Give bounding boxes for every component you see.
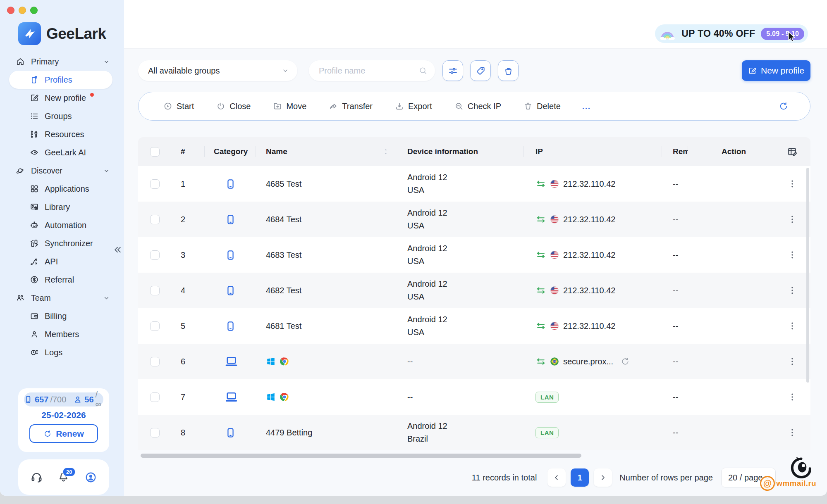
filter-button-sliders[interactable] [442, 60, 463, 81]
row-select-cell [138, 415, 172, 450]
table-row: 34683 TestAndroid 12USA212.32.110.42-- [138, 237, 810, 273]
row-more-actions-icon[interactable] [787, 179, 797, 189]
row-checkbox[interactable] [150, 321, 160, 331]
row-checkbox[interactable] [150, 250, 160, 260]
row-more-actions-icon[interactable] [787, 357, 797, 366]
row-more-actions-icon[interactable] [787, 428, 797, 437]
row-category-cell [204, 237, 256, 273]
column-header-label: Action [722, 147, 746, 156]
sidebar-item-groups[interactable]: Groups [9, 107, 112, 125]
next-page-button[interactable] [594, 468, 612, 487]
row-more-actions-icon[interactable] [787, 250, 797, 260]
toolbar-button-close[interactable]: Close [216, 102, 251, 111]
sidebar-item-api[interactable]: API [9, 252, 112, 271]
sidebar: GeeLark PrimaryProfilesNew profileGroups… [0, 0, 124, 496]
toolbar-button-transfer[interactable]: Transfer [329, 102, 373, 111]
sidebar-item-logs[interactable]: Logs [9, 343, 112, 361]
rows-per-page-label: Number of rows per page [619, 473, 713, 483]
row-more-actions-icon[interactable] [787, 321, 797, 331]
columns-settings-icon[interactable] [787, 146, 798, 157]
minimize-button[interactable] [19, 7, 26, 14]
remark-text: -- [673, 215, 678, 224]
row-name-cell: 4479 Betting [256, 415, 398, 450]
toolbar-button-check-ip[interactable]: Check IP [454, 102, 501, 111]
filter-button-tag[interactable] [470, 60, 491, 81]
row-select-cell [138, 379, 172, 415]
row-number: 6 [181, 357, 185, 366]
sidebar-item-library[interactable]: Library [9, 198, 112, 216]
sidebar-item-synchronizer[interactable]: Synchronizer [9, 234, 112, 252]
remark-text: -- [673, 286, 678, 295]
row-checkbox[interactable] [150, 179, 160, 189]
sidebar-item-new-profile[interactable]: New profile [9, 89, 112, 107]
collapse-sidebar-icon[interactable] [112, 245, 123, 255]
horizontal-scrollbar[interactable] [141, 454, 581, 458]
sidebar-item-applications[interactable]: Applications [9, 180, 112, 198]
column-header-label: # [181, 147, 185, 156]
wallet-icon [30, 311, 39, 321]
row-more-actions-icon[interactable] [787, 392, 797, 402]
toolbar-button-move[interactable]: Move [273, 102, 306, 111]
sidebar-section-primary[interactable]: Primary [0, 52, 124, 71]
sidebar-item-geelark-ai[interactable]: GeeLark AI [9, 143, 112, 162]
renew-button[interactable]: Renew [29, 424, 98, 443]
row-checkbox[interactable] [150, 428, 160, 437]
ip-address: 212.32.110.42 [563, 286, 615, 295]
sidebar-section-discover[interactable]: Discover [0, 162, 124, 180]
sidebar-item-members[interactable]: Members [9, 325, 112, 343]
sidebar-item-automation[interactable]: Automation [9, 216, 112, 234]
group-filter-select[interactable]: All available groups [138, 60, 297, 81]
row-checkbox[interactable] [150, 357, 160, 366]
more-actions-button[interactable]: ... [582, 101, 591, 111]
refresh-table-button[interactable] [779, 101, 789, 111]
toolbar-button-export[interactable]: Export [395, 102, 432, 111]
column-header-remark: Remark [662, 137, 688, 166]
row-checkbox[interactable] [150, 286, 160, 295]
sidebar-section-team[interactable]: Team [0, 289, 124, 307]
device-line: Android 12 [407, 278, 447, 290]
row-checkbox[interactable] [150, 215, 160, 224]
refresh-icon[interactable] [621, 357, 630, 366]
column-header-action: Action [688, 137, 810, 166]
chrome-icon [280, 392, 289, 402]
row-number: 2 [181, 215, 185, 224]
lan-badge: LAN [535, 392, 559, 403]
topbar: UP TO 40% OFF 5.09 - 5.10 [124, 0, 827, 49]
chevron-down-icon [282, 67, 289, 74]
new-profile-button[interactable]: New profile [742, 60, 810, 81]
chevron-right-icon [599, 474, 607, 481]
page-size-select[interactable]: 20 / page [721, 468, 776, 487]
filter-button-recycle-bin[interactable] [498, 60, 519, 81]
close-button[interactable] [7, 7, 14, 14]
sidebar-item-resources[interactable]: Resources [9, 125, 112, 143]
trash-icon [523, 102, 533, 111]
profile-search-input[interactable] [319, 66, 418, 76]
row-ip-cell: LAN [523, 379, 662, 415]
toolbar-button-delete[interactable]: Delete [523, 102, 561, 111]
vertical-scrollbar[interactable] [806, 168, 809, 383]
toolbar-button-start[interactable]: Start [163, 102, 194, 111]
geelark-logo-icon [18, 22, 41, 45]
row-more-actions-icon[interactable] [787, 285, 797, 295]
notifications-button[interactable]: 20 [57, 471, 70, 484]
remark-text: -- [673, 250, 678, 260]
row-device-cell: Android 12USA [398, 202, 523, 237]
sidebar-item-label: Members [45, 330, 79, 339]
previous-page-button[interactable] [547, 468, 566, 487]
sidebar-item-profiles[interactable]: Profiles [9, 71, 112, 89]
row-more-actions-icon[interactable] [787, 214, 797, 224]
support-button[interactable] [30, 471, 43, 484]
select-all-checkbox[interactable] [150, 147, 160, 157]
sidebar-item-referral[interactable]: Referral [9, 271, 112, 289]
row-checkbox[interactable] [150, 392, 160, 402]
usage-stats: 657 /700 56 /∞ [24, 392, 103, 407]
sidebar-item-billing[interactable]: Billing [9, 307, 112, 325]
sort-icon[interactable] [382, 148, 390, 155]
zoom-button[interactable] [30, 7, 38, 14]
device-line: USA [407, 326, 447, 339]
ip-address: 212.32.110.42 [563, 179, 615, 189]
page-button-1[interactable]: 1 [571, 468, 589, 487]
row-action-cell [688, 379, 810, 415]
account-button[interactable] [84, 471, 97, 484]
table-body: 14685 TestAndroid 12USA212.32.110.42--24… [138, 166, 810, 450]
